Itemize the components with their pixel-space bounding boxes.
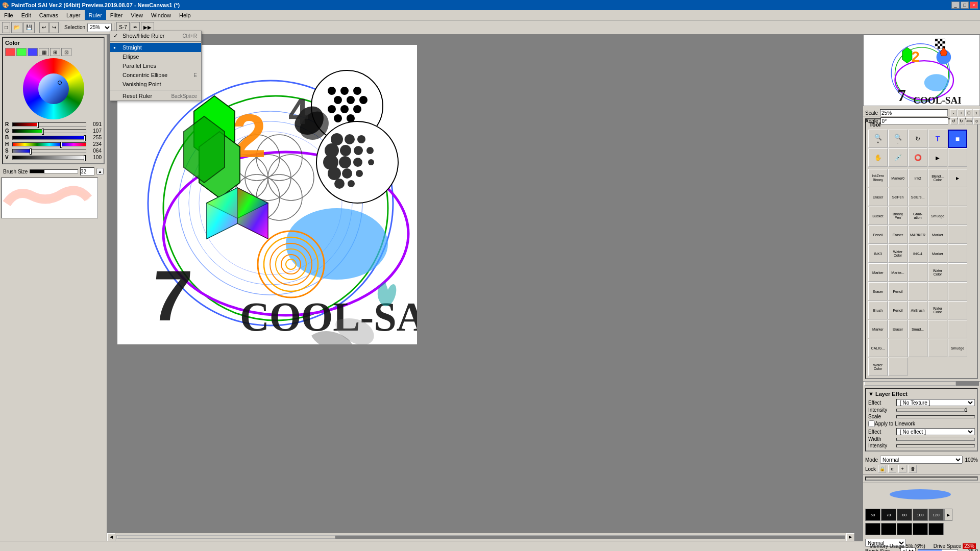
tool-brush[interactable]: Brush <box>868 301 888 319</box>
undo-button[interactable]: ↩ <box>39 22 48 33</box>
menu-filter[interactable]: Filter <box>106 10 127 20</box>
tool-marker3[interactable]: Marker <box>928 244 947 263</box>
tool-calig[interactable]: CALIG... <box>868 339 888 357</box>
tool-watercolor1[interactable]: WaterColor <box>888 244 908 263</box>
intensity2-slider[interactable] <box>896 444 975 447</box>
brush-thumb-100[interactable]: 100 <box>913 509 928 521</box>
tool-scroll-thumb[interactable] <box>864 382 956 386</box>
tool-scroll-track[interactable] <box>864 382 979 386</box>
r-thumb[interactable] <box>37 122 39 128</box>
menu-window[interactable]: Window <box>147 10 175 20</box>
tool-eyedropper[interactable]: 💉 <box>888 148 908 167</box>
brush-shape-4[interactable] <box>913 523 928 535</box>
color-tab-palette[interactable]: ⊞ <box>50 48 60 56</box>
angle-reset-btn[interactable]: 0 <box>973 117 980 124</box>
new-layer-btn[interactable]: + <box>898 465 906 473</box>
s-thumb[interactable] <box>30 148 32 155</box>
save-button[interactable]: 💾 <box>23 22 35 33</box>
tool-zoom-in[interactable]: 🔍+ <box>868 130 888 148</box>
b-slider[interactable] <box>12 136 86 140</box>
layer-item-3[interactable]: 👁 Layer3 Normal 100% <box>867 479 976 481</box>
color-wheel[interactable] <box>23 58 84 119</box>
tool-watercolor3[interactable]: WaterColor <box>928 301 947 319</box>
tool-ink3[interactable]: INK3 <box>868 244 888 263</box>
scroll-left-button[interactable]: ◀ <box>107 533 115 541</box>
tool-smudge2[interactable]: Smud... <box>908 320 927 338</box>
menu-file[interactable]: File <box>0 10 17 20</box>
tool-watercolor4[interactable]: WaterColor <box>868 358 888 376</box>
tool-smudge1[interactable]: Smudge <box>928 207 947 225</box>
scale-effect-slider[interactable] <box>896 415 975 418</box>
canvas-area[interactable]: 2 <box>107 35 863 541</box>
tool-eraser3[interactable]: Eraser <box>868 282 888 300</box>
tool-marker4[interactable]: Marker <box>868 263 888 282</box>
angle-flip-btn[interactable]: ⟺ <box>966 117 973 124</box>
tool-inkzero[interactable]: InkZeroBinary <box>868 169 888 187</box>
h-slider[interactable] <box>12 142 86 146</box>
tool-watercolor2[interactable]: WaterColor <box>928 263 947 282</box>
titlebar-controls[interactable]: _ □ × <box>951 2 978 9</box>
vanishing-point-item[interactable]: Vanishing Point <box>110 80 201 89</box>
g-slider[interactable] <box>12 129 86 133</box>
color-tab-rgb[interactable] <box>5 48 15 56</box>
s-slider[interactable] <box>12 149 86 153</box>
effect-select[interactable]: [ No effect ] <box>896 428 975 435</box>
h-scroll-track[interactable] <box>116 535 845 539</box>
tool-selpen[interactable]: SelPen <box>888 188 908 206</box>
tool-text[interactable]: T <box>928 130 947 148</box>
angle-input[interactable] <box>880 117 948 124</box>
texture-select[interactable]: [ No Texture ] <box>896 399 975 406</box>
tool-zoom-out[interactable]: 🔍- <box>888 130 908 148</box>
tool-binarypen[interactable]: BinaryPen <box>888 207 908 225</box>
straight-ruler-item[interactable]: Straight <box>110 43 201 52</box>
brush-shape-5[interactable] <box>928 523 944 535</box>
h-scroll-thumb[interactable] <box>117 536 335 539</box>
menu-canvas[interactable]: Canvas <box>35 10 62 20</box>
tool-pencil1[interactable]: Pencil <box>868 226 888 244</box>
brush-size-input[interactable] <box>80 167 94 176</box>
menu-view[interactable]: View <box>127 10 147 20</box>
tool-selets[interactable]: SelErs... <box>908 188 927 206</box>
tool-hand[interactable]: ✋ <box>868 148 888 167</box>
brush-size-slider[interactable] <box>30 169 78 173</box>
open-button[interactable]: 📂 <box>11 22 22 33</box>
tool-pencil3[interactable]: Pencil <box>888 301 908 319</box>
lock-btn[interactable]: 🔒 <box>878 465 886 473</box>
g-thumb[interactable] <box>42 129 44 135</box>
width-slider[interactable] <box>896 438 975 441</box>
tool-eraser1[interactable]: Eraser <box>868 188 888 206</box>
tool-color-active[interactable]: ■ <box>948 130 967 148</box>
redo-button[interactable]: ↪ <box>50 22 59 33</box>
intensity-slider[interactable] <box>896 409 965 412</box>
b-thumb[interactable] <box>84 135 86 141</box>
tool-lasso[interactable]: ⭕ <box>908 148 927 167</box>
scale-down-btn[interactable]: - <box>950 109 957 116</box>
tool-more2[interactable]: ▶ <box>948 169 967 187</box>
color-tab-h[interactable] <box>16 48 27 56</box>
tool-pencil2[interactable]: Pencil <box>888 282 908 300</box>
brush-shape-1[interactable] <box>865 523 880 535</box>
tool-eraser4[interactable]: Eraser <box>888 320 908 338</box>
tool-marker6[interactable]: Marker <box>868 320 888 338</box>
angle-ccw-btn[interactable]: ↺ <box>950 117 958 124</box>
menu-layer[interactable]: Layer <box>62 10 85 20</box>
tool-ink4[interactable]: INK-4 <box>908 244 927 263</box>
v-thumb[interactable] <box>84 155 86 161</box>
tool-airbrush[interactable]: AirBrush <box>908 301 927 319</box>
tool-marke5[interactable]: Marke... <box>888 263 908 282</box>
zoom-select[interactable]: 25%50%100% <box>87 23 112 32</box>
angle-cw-btn[interactable]: ↻ <box>958 117 965 124</box>
mode-select[interactable]: Normal <box>880 456 963 464</box>
delete-layer-btn[interactable]: 🗑 <box>909 465 917 473</box>
close-button[interactable]: × <box>970 2 978 9</box>
tool-marker2[interactable]: Marker <box>928 226 947 244</box>
menu-edit[interactable]: Edit <box>17 10 35 20</box>
layer-effect-triangle[interactable]: ▼ <box>868 391 874 397</box>
brush-thumb-70[interactable]: 70 <box>881 509 896 521</box>
maximize-button[interactable]: □ <box>961 2 969 9</box>
bs-brushsize-track[interactable] <box>918 549 958 551</box>
brush-thumbs-scroll[interactable]: ▶ <box>944 509 952 521</box>
tool-bucket[interactable]: Bucket <box>868 207 888 225</box>
scale-up-btn[interactable]: + <box>958 109 965 116</box>
reset-ruler-item[interactable]: Reset Ruler BackSpace <box>110 91 201 101</box>
